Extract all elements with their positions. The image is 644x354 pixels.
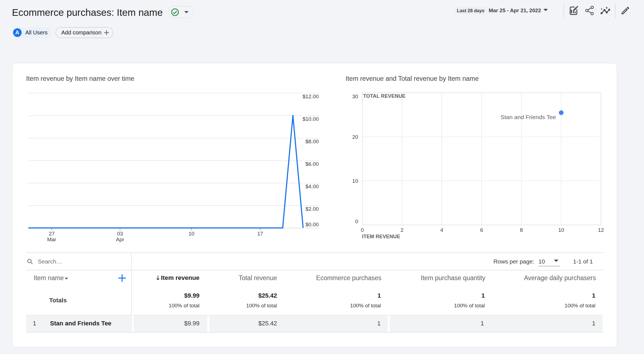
svg-text:$12.00: $12.00 xyxy=(303,94,319,99)
svg-text:Mar: Mar xyxy=(47,237,56,242)
svg-text:27: 27 xyxy=(49,231,54,237)
svg-text:0: 0 xyxy=(355,219,358,224)
svg-text:$6.00: $6.00 xyxy=(305,161,319,167)
svg-text:8: 8 xyxy=(520,227,523,233)
svg-text:10: 10 xyxy=(352,178,358,184)
svg-text:TOTAL REVENUE: TOTAL REVENUE xyxy=(363,93,406,99)
svg-text:17: 17 xyxy=(257,231,263,237)
svg-text:30: 30 xyxy=(352,94,358,99)
svg-text:10: 10 xyxy=(188,231,194,237)
svg-text:$8.00: $8.00 xyxy=(305,139,319,144)
svg-text:6: 6 xyxy=(480,227,483,233)
svg-text:20: 20 xyxy=(352,134,358,140)
svg-text:$2.00: $2.00 xyxy=(305,206,319,212)
svg-text:ITEM REVENUE: ITEM REVENUE xyxy=(362,234,400,239)
svg-text:2: 2 xyxy=(401,227,404,233)
svg-text:0: 0 xyxy=(361,227,364,233)
svg-text:$4.00: $4.00 xyxy=(305,184,319,189)
svg-text:$10.00: $10.00 xyxy=(303,116,319,122)
svg-text:10: 10 xyxy=(558,227,564,233)
svg-text:12: 12 xyxy=(598,227,604,233)
svg-text:Stan and Friends Tee: Stan and Friends Tee xyxy=(501,114,556,120)
svg-text:03: 03 xyxy=(117,231,123,237)
svg-text:$0.00: $0.00 xyxy=(305,222,319,227)
svg-text:Apr: Apr xyxy=(116,237,124,242)
svg-text:4: 4 xyxy=(440,227,443,233)
